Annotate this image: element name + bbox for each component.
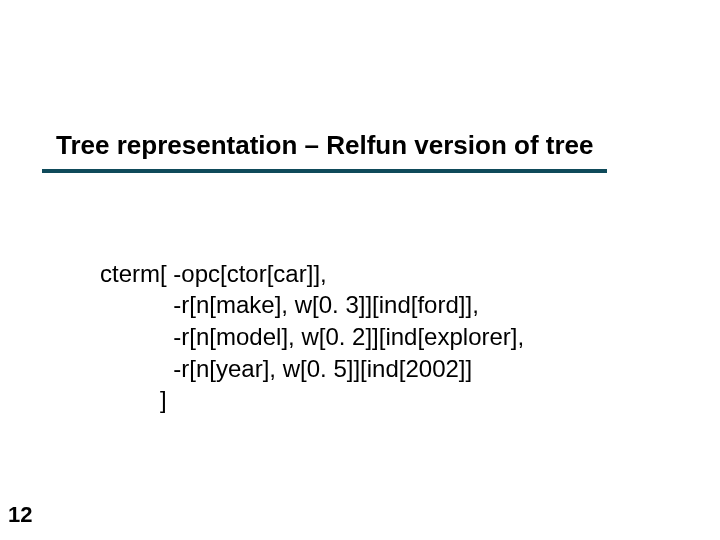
code-line: -r[n[make], w[0. 3]][ind[ford]], [100,291,479,318]
page-number: 12 [8,502,32,528]
slide-title: Tree representation – Relfun version of … [52,130,672,167]
code-line: ] [100,386,167,413]
title-underline [42,169,607,173]
presentation-slide: Tree representation – Relfun version of … [0,0,720,540]
code-line: cterm[ -opc[ctor[car]], [100,260,327,287]
code-block: cterm[ -opc[ctor[car]], -r[n[make], w[0.… [100,226,680,416]
code-line: -r[n[model], w[0. 2]][ind[explorer], [100,323,524,350]
code-line: -r[n[year], w[0. 5]][ind[2002]] [100,355,472,382]
slide-title-block: Tree representation – Relfun version of … [52,130,672,173]
